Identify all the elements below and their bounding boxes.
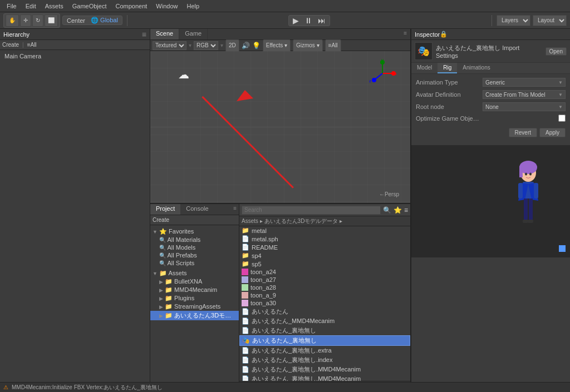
effects-btn[interactable]: Effects ▾ xyxy=(263,39,291,52)
animation-type-value[interactable]: Generic ▼ xyxy=(483,78,566,87)
play-button[interactable]: ▶ xyxy=(291,16,301,25)
status-text: MMD4Mecanim:Initialize FBX Vertex:あいえるたん… xyxy=(12,384,163,391)
menu-assets[interactable]: Assets xyxy=(41,2,68,11)
aierutan-mmd-icon: 📄 xyxy=(242,317,249,325)
tab-rig[interactable]: Rig xyxy=(438,63,457,73)
audio-icon[interactable]: 🔊 xyxy=(242,42,250,49)
tab-game[interactable]: Game xyxy=(179,29,208,39)
pause-button[interactable]: ⏸ xyxy=(302,16,315,25)
file-item-aierutan[interactable]: 📄 あいえるたん xyxy=(239,307,410,316)
menu-edit[interactable]: Edit xyxy=(21,2,41,11)
file-item-toon-a30[interactable]: toon_a30 xyxy=(239,299,410,307)
preview-nav-dot[interactable] xyxy=(559,245,566,252)
tree-bulletxna[interactable]: ▶ 📁 BulletXNA xyxy=(150,277,239,286)
tree-all-materials[interactable]: 🔍 All Materials xyxy=(150,236,239,244)
asset-info: あいえるたん_裏地無し Import Settings xyxy=(436,44,542,59)
hierarchy-all-btn[interactable]: ≡All xyxy=(27,42,37,48)
tree-aierutan[interactable]: ▶ 📁 あいえるたん3Dモデルデータ xyxy=(150,311,239,320)
svg-text:x: x xyxy=(395,71,397,76)
tree-mmd4mecanim[interactable]: ▶ 📁 MMD4Mecanim xyxy=(150,286,239,294)
menu-file[interactable]: File xyxy=(2,2,21,11)
avatar-def-arrow: ▼ xyxy=(558,92,563,97)
file-item-toon-a27[interactable]: toon_a27 xyxy=(239,276,410,284)
tab-console[interactable]: Console xyxy=(180,204,214,215)
hierarchy-item-main-camera[interactable]: Main Camera xyxy=(0,52,150,60)
file-item-toon-a24[interactable]: toon_a24 xyxy=(239,268,410,276)
layers-dropdown[interactable]: Layers xyxy=(497,15,530,26)
color-mode-select[interactable]: RGB xyxy=(194,41,218,50)
scene-view[interactable]: ☁ x y z ←Persp xyxy=(150,51,410,203)
file-list: 📁 metal 📄 metal.sph 📄 README xyxy=(239,226,410,381)
2d-mode-btn[interactable]: 2D xyxy=(225,39,239,52)
readme-icon: 📄 xyxy=(242,244,249,251)
svg-point-24 xyxy=(525,173,527,176)
search-icon-2: 🔍 xyxy=(159,245,166,251)
menu-component[interactable]: Component xyxy=(111,2,151,11)
menu-help[interactable]: Help xyxy=(182,2,204,11)
hand-tool[interactable]: ✋ xyxy=(6,14,19,27)
hierarchy-menu-icon[interactable]: ≡ xyxy=(142,31,146,38)
tree-all-models[interactable]: 🔍 All Models xyxy=(150,244,239,251)
file-item-toon-a28[interactable]: toon_a28 xyxy=(239,284,410,291)
hierarchy-panel: Hierarchy ≡ Create | ≡All Main Camera xyxy=(0,29,150,392)
options-btn[interactable]: ≡ xyxy=(404,206,408,214)
tree-all-prefabs[interactable]: 🔍 All Prefabs xyxy=(150,251,239,259)
file-item-metal-sph[interactable]: 📄 metal.sph xyxy=(239,235,410,243)
filter-btn[interactable]: ⭐ xyxy=(394,206,402,214)
tree-favorites[interactable]: ▼ ⭐ Favorites xyxy=(150,227,239,236)
tab-animations[interactable]: Animations xyxy=(457,63,495,73)
tab-project[interactable]: Project xyxy=(150,204,180,215)
file-item-mmd4mecanim2[interactable]: 📄 あいえるたん_裏地無し.MMD4Mecanim xyxy=(239,374,410,381)
project-create-btn[interactable]: Create xyxy=(153,217,169,223)
file-item-toon-a9[interactable]: toon_a_9 xyxy=(239,291,410,299)
file-item-index[interactable]: 📄 あいえるたん_裏地無し.index xyxy=(239,355,410,365)
search-icon-3: 🔍 xyxy=(159,252,166,259)
avatar-definition-value[interactable]: Create From This Model ▼ xyxy=(483,90,566,99)
tree-plugins[interactable]: ▶ 📁 Plugins xyxy=(150,294,239,302)
tree-all-scripts[interactable]: 🔍 All Scripts xyxy=(150,259,239,267)
scale-tool[interactable]: ⬜ xyxy=(45,14,58,27)
file-item-sp4[interactable]: 📁 sp4 xyxy=(239,251,410,260)
tab-model[interactable]: Model xyxy=(411,63,438,73)
file-item-readme[interactable]: 📄 README xyxy=(239,243,410,251)
open-button[interactable]: Open xyxy=(546,47,567,56)
render-mode-select[interactable]: Textured xyxy=(153,41,186,50)
layout-dropdown[interactable]: Layout xyxy=(533,15,567,26)
effects-icon[interactable]: 💡 xyxy=(252,42,261,49)
file-item-sp5[interactable]: 📁 sp5 xyxy=(239,260,410,268)
revert-button[interactable]: Revert xyxy=(509,128,537,137)
file-item-aierutan-mmd[interactable]: 📄 あいえるたん_MMD4Mecanim xyxy=(239,316,410,326)
file-search-input[interactable] xyxy=(242,206,381,215)
file-item-extra[interactable]: 📄 あいえるたん_裏地無し.extra xyxy=(239,346,410,355)
project-tree-panel: Project Console ≡ Create ▼ ⭐ xyxy=(150,204,239,392)
root-node-row: Root node None ▼ xyxy=(416,101,566,113)
mmd4mecanim-arrow: ▶ xyxy=(159,287,163,293)
tab-scene[interactable]: Scene xyxy=(150,29,179,39)
step-button[interactable]: ⏭ xyxy=(316,16,328,25)
scene-panel-menu[interactable]: ≡ xyxy=(400,29,410,39)
search-btn[interactable]: 🔍 xyxy=(383,206,391,214)
root-node-value[interactable]: None ▼ xyxy=(483,102,566,111)
move-tool[interactable]: ✛ xyxy=(20,14,31,27)
transform-tools: ✋ ✛ ↻ ⬜ xyxy=(3,13,60,28)
lock-icon[interactable]: 🔒 xyxy=(440,31,448,38)
menu-window[interactable]: Window xyxy=(151,2,182,11)
file-item-metal[interactable]: 📁 metal xyxy=(239,226,410,235)
svg-rect-18 xyxy=(524,199,528,221)
bulletxna-arrow: ▶ xyxy=(159,279,163,285)
all-btn[interactable]: ≡All xyxy=(325,39,341,52)
rotate-tool[interactable]: ↻ xyxy=(32,14,43,27)
file-item-mmd4mecanim[interactable]: 📄 あいえるたん_裏地無し.MMD4Mecanim xyxy=(239,365,410,374)
toon28-icon xyxy=(242,284,248,291)
apply-button[interactable]: Apply xyxy=(539,128,566,137)
svg-rect-23 xyxy=(534,183,538,199)
gizmos-btn[interactable]: Gizmos ▾ xyxy=(293,39,323,52)
tree-streaming[interactable]: ▶ 📁 StreamingAssets xyxy=(150,302,239,311)
tree-assets-root[interactable]: ▼ 📁 Assets xyxy=(150,269,239,277)
file-item-aierutan-selected[interactable]: 🎭 あいえるたん_裏地無し xyxy=(239,335,410,346)
hierarchy-create-btn[interactable]: Create xyxy=(2,42,19,48)
optimize-checkbox[interactable] xyxy=(558,115,566,122)
file-item-aierutan-ura[interactable]: 📄 あいえるたん_裏地無し xyxy=(239,326,410,335)
project-panel-menu[interactable]: ≡ xyxy=(231,204,239,215)
menu-gameobject[interactable]: GameObject xyxy=(68,2,111,11)
